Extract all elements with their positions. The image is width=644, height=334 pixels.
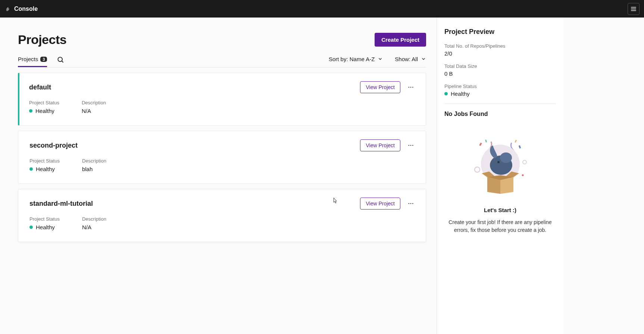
empty-text: Create your first job! If there are any …: [448, 218, 552, 234]
svg-line-4: [62, 61, 63, 63]
svg-point-6: [410, 87, 412, 88]
app-header: Console: [0, 0, 644, 18]
project-description-value: N/A: [82, 224, 106, 230]
project-status-value: Healthy: [29, 224, 60, 230]
svg-rect-17: [515, 140, 517, 143]
svg-rect-14: [479, 143, 482, 146]
chevron-down-icon: [378, 56, 383, 62]
data-size-value: 0 B: [444, 70, 556, 77]
main-content: Projects Create Project Projects 3 Sort: [0, 18, 437, 334]
status-dot-icon: [444, 92, 448, 95]
no-jobs-title: No Jobs Found: [444, 111, 556, 117]
pipeline-status-label: Pipeline Status: [444, 84, 556, 89]
sort-label: Sort by: Name A-Z: [329, 56, 375, 62]
svg-point-23: [500, 152, 512, 163]
view-project-button[interactable]: View Project: [360, 81, 400, 93]
project-more-button[interactable]: [407, 142, 415, 149]
project-card[interactable]: default View Project Project Status Heal…: [18, 73, 426, 126]
project-status-label: Project Status: [29, 216, 60, 222]
preview-title: Project Preview: [444, 28, 556, 36]
brand-text: Console: [14, 6, 38, 12]
show-label: Show: All: [395, 56, 418, 62]
svg-point-3: [58, 57, 63, 62]
brand: Console: [4, 6, 38, 12]
create-project-button[interactable]: Create Project: [375, 33, 426, 47]
project-name: default: [29, 84, 51, 91]
svg-rect-16: [485, 140, 487, 143]
chevron-down-icon: [421, 56, 426, 62]
project-status-value: Healthy: [29, 166, 60, 172]
brand-icon: [4, 6, 11, 12]
repos-label: Total No. of Repos/Pipelines: [444, 43, 556, 49]
project-more-button[interactable]: [407, 84, 415, 91]
svg-point-20: [522, 174, 523, 176]
svg-point-18: [475, 167, 480, 172]
data-size-label: Total Data Size: [444, 63, 556, 69]
svg-point-24: [497, 161, 500, 163]
svg-point-5: [408, 87, 409, 88]
repos-value: 2/0: [444, 50, 556, 57]
view-project-button[interactable]: View Project: [360, 139, 400, 151]
pipeline-status-value: Healthy: [444, 91, 556, 97]
project-more-button[interactable]: [407, 200, 415, 207]
search-button[interactable]: [57, 56, 64, 63]
project-description-label: Description: [82, 100, 106, 105]
svg-rect-15: [518, 145, 520, 149]
view-project-button[interactable]: View Project: [360, 198, 400, 209]
project-description-value: blah: [82, 166, 106, 172]
empty-title: Let's Start :): [448, 207, 552, 213]
svg-point-11: [408, 203, 409, 204]
project-status-label: Project Status: [29, 158, 60, 164]
svg-point-13: [412, 203, 413, 204]
svg-point-10: [412, 145, 413, 146]
empty-state: Let's Start :) Create your first job! If…: [444, 125, 556, 234]
status-dot-icon: [29, 226, 33, 229]
tab-projects-label: Projects: [18, 56, 38, 62]
status-dot-icon: [29, 109, 32, 113]
status-dot-icon: [29, 167, 33, 171]
tab-projects[interactable]: Projects 3: [18, 52, 47, 67]
empty-illustration-icon: [471, 136, 530, 199]
svg-point-8: [408, 145, 409, 146]
tab-projects-count: 3: [40, 57, 47, 62]
menu-button[interactable]: [628, 3, 640, 15]
svg-point-19: [523, 160, 526, 164]
project-description-label: Description: [82, 216, 106, 222]
project-description-label: Description: [82, 158, 106, 164]
project-card[interactable]: second-project View Project Project Stat…: [18, 131, 426, 184]
project-status-label: Project Status: [29, 100, 59, 105]
svg-point-12: [410, 203, 412, 204]
project-name: standard-ml-tutorial: [29, 200, 93, 208]
project-card[interactable]: standard-ml-tutorial View Project Projec…: [18, 189, 426, 242]
svg-point-7: [412, 87, 413, 88]
project-status-value: Healthy: [29, 108, 59, 114]
project-name: second-project: [29, 142, 78, 149]
project-description-value: N/A: [82, 108, 106, 114]
svg-point-9: [410, 145, 412, 146]
sort-dropdown[interactable]: Sort by: Name A-Z: [329, 56, 383, 62]
preview-panel: Project Preview Total No. of Repos/Pipel…: [437, 18, 563, 334]
show-dropdown[interactable]: Show: All: [395, 56, 426, 62]
page-title: Projects: [18, 32, 66, 47]
